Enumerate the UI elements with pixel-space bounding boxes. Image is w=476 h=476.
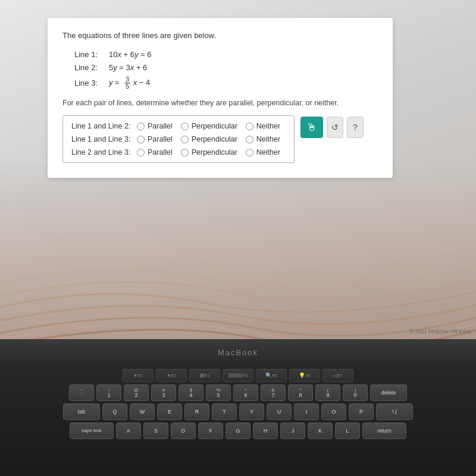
fn-key-f1[interactable]: ☀ F1 bbox=[123, 369, 154, 382]
pair1-row: Line 1 and Line 2: Parallel Perpendicula… bbox=[71, 122, 286, 130]
action-buttons: 🖱 ↺ ? bbox=[300, 117, 364, 138]
pair1-neither-radio[interactable] bbox=[246, 123, 253, 130]
key-p[interactable]: P bbox=[349, 403, 374, 420]
fn-key-f5[interactable]: 🔍 F5 bbox=[256, 369, 287, 382]
fn-key-f6-icon: 💡 bbox=[299, 372, 305, 378]
key-u[interactable]: U bbox=[267, 403, 292, 420]
screen-background bbox=[0, 161, 476, 339]
key-tilde[interactable]: ~` bbox=[69, 384, 94, 401]
key-5[interactable]: %5 bbox=[206, 384, 231, 401]
screen: The equations of three lines are given b… bbox=[0, 0, 476, 476]
line1-equation: Line 1: 10x + 6y = 6 bbox=[74, 50, 378, 59]
fn-key-f6[interactable]: 💡 F6 bbox=[289, 369, 320, 382]
neither-label1: Neither bbox=[256, 122, 280, 130]
pair3-neither-radio[interactable] bbox=[246, 149, 253, 156]
pair2-neither[interactable]: Neither bbox=[246, 135, 280, 143]
pair3-parallel-radio[interactable] bbox=[137, 149, 145, 156]
pair3-label: Line 2 and Line 3: bbox=[71, 148, 137, 156]
help-icon: ? bbox=[353, 123, 358, 132]
macbook-label: MacBook bbox=[218, 348, 258, 357]
key-e[interactable]: E bbox=[157, 403, 182, 420]
check-button[interactable]: 🖱 bbox=[300, 117, 323, 138]
perp-label2: Perpendicular bbox=[192, 135, 237, 143]
neither-label2: Neither bbox=[256, 135, 280, 143]
qwerty-row: tab Q W E R T Y U I O P \ | bbox=[12, 403, 464, 420]
key-2[interactable]: @2 bbox=[124, 384, 149, 401]
pair3-parallel[interactable]: Parallel bbox=[137, 148, 173, 156]
pair3-perpendicular[interactable]: Perpendicular bbox=[181, 148, 237, 156]
undo-button[interactable]: ↺ bbox=[327, 117, 343, 138]
fn-key-f3-label: F3 bbox=[205, 374, 209, 378]
copyright-text: © 2021 McGraw-Hill Educ bbox=[409, 328, 471, 334]
pair1-parallel[interactable]: Parallel bbox=[137, 122, 173, 130]
fn-key-f5-label: F5 bbox=[272, 374, 277, 378]
pair2-perpendicular[interactable]: Perpendicular bbox=[181, 135, 237, 143]
key-w[interactable]: W bbox=[130, 403, 155, 420]
pair2-neither-radio[interactable] bbox=[246, 136, 253, 143]
key-s[interactable]: S bbox=[143, 422, 168, 439]
key-return[interactable]: return bbox=[362, 422, 406, 439]
keyboard-rows: ☀ F1 ☀ F2 ⊞ F3 ⊟⊟⊟ F4 🔍 F5 bbox=[12, 369, 464, 441]
fn-key-f3[interactable]: ⊞ F3 bbox=[189, 369, 220, 382]
pair2-parallel[interactable]: Parallel bbox=[137, 135, 173, 143]
laptop-screen: The equations of three lines are given b… bbox=[0, 0, 476, 339]
perp-label3: Perpendicular bbox=[192, 148, 237, 156]
key-7[interactable]: &7 bbox=[261, 384, 286, 401]
fn-key-f4[interactable]: ⊟⊟⊟ F4 bbox=[223, 369, 253, 382]
key-tab[interactable]: tab bbox=[63, 403, 100, 420]
key-o[interactable]: O bbox=[321, 403, 346, 420]
key-6[interactable]: ^6 bbox=[233, 384, 258, 401]
line2-equation: Line 2: 5y = 3x + 6 bbox=[74, 63, 378, 72]
key-l[interactable]: L bbox=[335, 422, 360, 439]
key-f[interactable]: F bbox=[198, 422, 223, 439]
key-1[interactable]: !1 bbox=[96, 384, 121, 401]
key-i[interactable]: I bbox=[294, 403, 319, 420]
key-y[interactable]: Y bbox=[239, 403, 264, 420]
key-k[interactable]: K bbox=[308, 422, 333, 439]
line3-formula: y = 3 5 x − 4 bbox=[109, 76, 150, 90]
fn-key-f2-icon: ☀ bbox=[167, 373, 171, 378]
key-capslock[interactable]: caps lock bbox=[70, 422, 114, 439]
pair1-perpendicular[interactable]: Perpendicular bbox=[181, 122, 237, 130]
fn-key-f2[interactable]: ☀ F2 bbox=[156, 369, 187, 382]
key-d[interactable]: D bbox=[171, 422, 196, 439]
line3-equation: Line 3: y = 3 5 x − 4 bbox=[74, 76, 378, 90]
perp-label1: Perpendicular bbox=[192, 122, 237, 130]
line1-label: Line 1: bbox=[74, 50, 109, 59]
key-r[interactable]: R bbox=[184, 403, 209, 420]
key-a[interactable]: A bbox=[116, 422, 141, 439]
fn-key-f7[interactable]: ◁ F7 bbox=[322, 369, 353, 382]
equation-block: Line 1: 10x + 6y = 6 Line 2: 5y = 3x + 6… bbox=[74, 50, 378, 90]
pair2-parallel-radio[interactable] bbox=[137, 136, 145, 143]
key-delete[interactable]: delete bbox=[370, 384, 407, 401]
answer-box: Line 1 and Line 2: Parallel Perpendicula… bbox=[62, 115, 295, 163]
pair1-perp-radio[interactable] bbox=[181, 123, 189, 130]
key-backslash[interactable]: \ | bbox=[376, 403, 413, 420]
pair3-neither[interactable]: Neither bbox=[246, 148, 280, 156]
key-0[interactable]: )0 bbox=[343, 384, 368, 401]
line1-formula: 10x + 6y = 6 bbox=[109, 50, 152, 59]
pair1-parallel-radio[interactable] bbox=[137, 123, 145, 130]
pair3-perp-radio[interactable] bbox=[181, 149, 189, 156]
pair2-options: Parallel Perpendicular Neither bbox=[137, 135, 280, 143]
pair3-row: Line 2 and Line 3: Parallel Perpendicula… bbox=[71, 148, 286, 156]
neither-label3: Neither bbox=[256, 148, 280, 156]
key-4[interactable]: $4 bbox=[178, 384, 203, 401]
key-j[interactable]: J bbox=[280, 422, 305, 439]
line2-label: Line 2: bbox=[74, 63, 109, 72]
key-q[interactable]: Q bbox=[102, 403, 127, 420]
fn-key-f2-label: F2 bbox=[171, 374, 176, 378]
key-t[interactable]: T bbox=[212, 403, 237, 420]
key-3[interactable]: #3 bbox=[151, 384, 176, 401]
pair2-label: Line 1 and Line 3: bbox=[71, 135, 137, 143]
pair2-perp-radio[interactable] bbox=[181, 136, 189, 143]
key-8[interactable]: *8 bbox=[288, 384, 313, 401]
help-button[interactable]: ? bbox=[347, 117, 364, 138]
undo-icon: ↺ bbox=[331, 123, 339, 132]
key-9[interactable]: (9 bbox=[315, 384, 340, 401]
key-g[interactable]: G bbox=[226, 422, 250, 439]
pair1-neither[interactable]: Neither bbox=[246, 122, 280, 130]
keyboard-area: MacBook ☀ F1 ☀ F2 ⊞ F3 ⊟⊟⊟ F4 bbox=[0, 339, 476, 476]
key-h[interactable]: H bbox=[253, 422, 278, 439]
cursor-icon: 🖱 bbox=[306, 121, 317, 134]
